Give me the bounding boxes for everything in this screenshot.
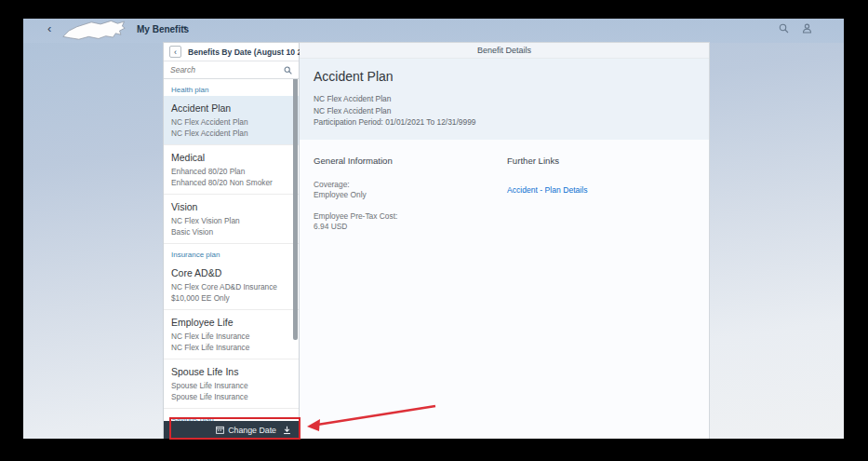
back-button[interactable]: ‹ — [169, 46, 181, 58]
item-line: Enhanced 80/20 Plan — [171, 167, 291, 178]
item-line: Basic Vision — [171, 227, 291, 238]
benefits-list-header: ‹ Benefits By Date (August 10 2021) — [164, 43, 299, 61]
annotation-highlight-box — [169, 417, 300, 440]
search-icon[interactable] — [284, 66, 292, 75]
item-title: Employee Life — [171, 317, 291, 328]
field-value: 6.94 USD — [314, 222, 695, 233]
benefit-details-body: General Information Coverage: Employee O… — [300, 140, 709, 259]
list-item-medical[interactable]: Medical Enhanced 80/20 Plan Enhanced 80/… — [164, 145, 299, 195]
field-label: Coverage: — [314, 180, 695, 191]
item-title: Spouse Life Ins — [171, 366, 291, 377]
list-item-core-add[interactable]: Core AD&D NC Flex Core AD&D Insurance $1… — [164, 261, 299, 310]
item-line: NC Flex Accident Plan — [171, 129, 291, 140]
coverage-field: Coverage: Employee Only — [314, 180, 695, 201]
further-links-section: Further Links Accident - Plan Details — [507, 156, 587, 197]
user-profile-icon[interactable] — [802, 23, 812, 34]
item-line: NC Flex Life Insurance — [171, 343, 291, 354]
general-information-heading: General Information — [314, 156, 695, 166]
benefit-subtitle: NC Flex Accident Plan — [314, 105, 695, 117]
north-carolina-logo-icon — [60, 20, 127, 42]
item-line: NC Flex Accident Plan — [171, 117, 291, 129]
field-label: Employee Pre-Tax Cost: — [314, 211, 695, 223]
app-viewport: ‹ My Benefits ▾ ‹ Benefits By Date (Augu… — [23, 19, 844, 439]
list-item-employee-life[interactable]: Employee Life NC Flex Life Insurance NC … — [164, 310, 299, 359]
item-line: Spouse Life Insurance — [171, 392, 291, 403]
search-field-row — [164, 61, 299, 79]
shell-app-title[interactable]: My Benefits — [137, 24, 189, 34]
item-line: NC Flex Vision Plan — [171, 216, 291, 227]
item-title: Medical — [171, 152, 291, 163]
list-item-spouse-life[interactable]: Spouse Life Ins Spouse Life Insurance Sp… — [164, 359, 299, 409]
search-icon[interactable] — [779, 23, 789, 34]
benefit-name: Accident Plan — [314, 69, 695, 84]
item-line: Enhanced 80/20 Non Smoker — [171, 178, 291, 189]
pretax-cost-field: Employee Pre-Tax Cost: 6.94 USD — [314, 211, 695, 233]
participation-period: Participation Period: 01/01/2021 To 12/3… — [314, 116, 695, 129]
shell-bar: ‹ My Benefits ▾ — [23, 19, 844, 43]
benefits-list-title: Benefits By Date (August 10 2021) — [188, 47, 317, 57]
shell-back-icon[interactable]: ‹ — [47, 21, 51, 35]
benefit-subtitle: NC Flex Accident Plan — [314, 93, 695, 105]
search-input[interactable] — [170, 65, 284, 75]
benefit-details-header: Benefit Details — [300, 43, 709, 59]
benefit-details-panel: Benefit Details Accident Plan NC Flex Ac… — [300, 42, 710, 439]
list-item-accident-plan[interactable]: Accident Plan NC Flex Accident Plan NC F… — [164, 96, 299, 145]
group-header-insurance-plan: Insurance plan — [164, 244, 299, 261]
accident-plan-details-link[interactable]: Accident - Plan Details — [507, 185, 587, 195]
benefit-title-section: Accident Plan NC Flex Accident Plan NC F… — [300, 59, 709, 140]
item-line: NC Flex Life Insurance — [171, 332, 291, 343]
item-line: $10,000 EE Only — [171, 293, 291, 305]
list-scrollbar[interactable] — [293, 79, 298, 340]
benefit-details-title: Benefit Details — [477, 46, 531, 55]
item-line: NC Flex Core AD&D Insurance — [171, 282, 291, 293]
field-value: Employee Only — [314, 190, 695, 201]
item-title: Accident Plan — [171, 102, 291, 114]
item-title: Vision — [171, 201, 291, 212]
item-title: Core AD&D — [171, 267, 291, 278]
benefits-list: Health plan Accident Plan NC Flex Accide… — [164, 79, 299, 439]
chevron-down-icon[interactable]: ▾ — [183, 24, 187, 32]
benefits-list-panel: ‹ Benefits By Date (August 10 2021) Heal… — [163, 42, 300, 439]
list-item-vision[interactable]: Vision NC Flex Vision Plan Basic Vision — [164, 195, 299, 244]
item-line: Spouse Life Insurance — [171, 381, 291, 392]
further-links-heading: Further Links — [507, 156, 587, 166]
group-header-health-plan: Health plan — [164, 79, 299, 96]
